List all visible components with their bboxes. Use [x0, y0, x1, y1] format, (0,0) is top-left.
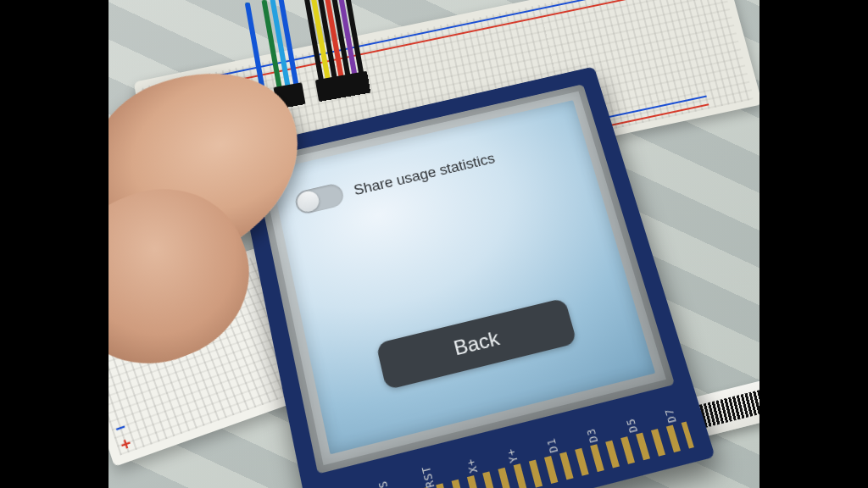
lcd-bezel: Share usage statistics Back [253, 84, 675, 474]
plus-icon: + [118, 434, 134, 456]
share-stats-toggle[interactable] [293, 182, 345, 216]
photo-scene: − + Share usage statistics Back GND CS R… [108, 0, 760, 488]
share-stats-row[interactable]: Share usage statistics [293, 129, 575, 215]
lcd-screen[interactable]: Share usage statistics Back [270, 100, 655, 454]
settings-screen: Share usage statistics Back [286, 114, 638, 437]
share-stats-label: Share usage statistics [353, 150, 497, 198]
back-button[interactable]: Back [376, 297, 577, 390]
